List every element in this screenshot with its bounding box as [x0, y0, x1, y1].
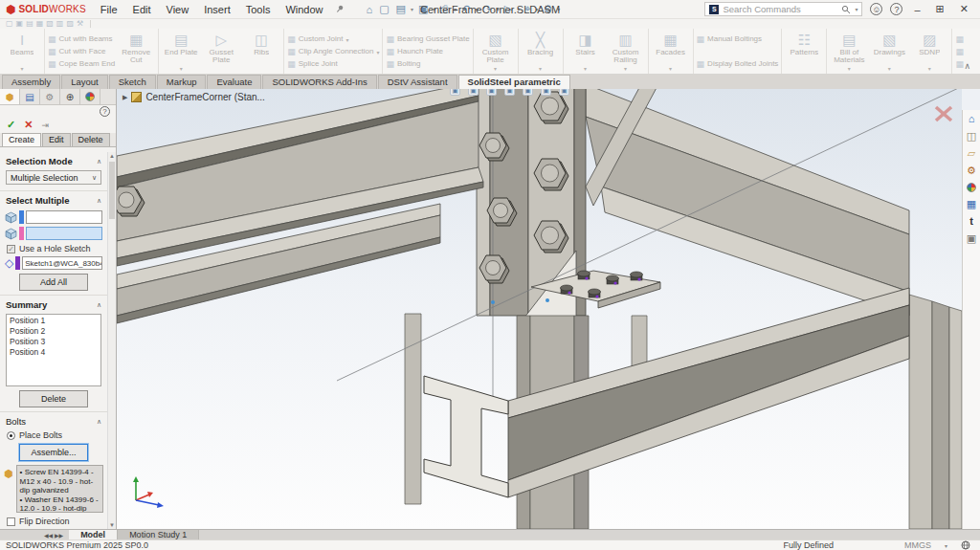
ribbon-button-cut-with-face[interactable]: ▦Cut with Face: [48, 45, 115, 57]
dropdown-caret-icon[interactable]: ▾: [928, 66, 931, 72]
ribbon-button-ribs[interactable]: ◫Ribs: [241, 31, 281, 72]
tab-scroll-arrows[interactable]: ◀◀ ▶▶: [0, 530, 69, 539]
mode-tab-edit[interactable]: Edit: [42, 133, 71, 146]
options-icon[interactable]: ⚙: [540, 2, 555, 16]
dropdown-caret-icon[interactable]: ▾: [453, 6, 457, 12]
menu-window[interactable]: Window: [278, 2, 329, 17]
headsup-tool-icon[interactable]: ▣: [541, 89, 551, 96]
ribbon-button-custom-railing[interactable]: ▥Custom Railing▾: [606, 31, 646, 72]
summary-item[interactable]: Position 1: [10, 316, 98, 326]
solidworks-cube-icon[interactable]: ▣: [967, 233, 976, 244]
ribbon-button-facades[interactable]: ▦Facades▾: [651, 31, 691, 72]
ribbon-button-cope-beam-end[interactable]: ▦Cope Beam End: [48, 57, 115, 70]
print-icon[interactable]: ⎙: [437, 2, 452, 16]
collapse-chevron-icon[interactable]: ∧: [97, 301, 101, 309]
pin-icon[interactable]: [334, 3, 346, 15]
mini-tool-icon[interactable]: ▢: [6, 20, 13, 28]
dropdown-caret-icon[interactable]: ▾: [584, 66, 587, 72]
help-icon[interactable]: ?: [890, 3, 902, 15]
dropdown-caret-icon[interactable]: ▾: [534, 6, 539, 12]
ok-button[interactable]: ✓: [7, 119, 15, 131]
scroll-down-icon[interactable]: ▼: [108, 522, 116, 528]
selection-field-faces[interactable]: [26, 227, 102, 240]
command-tab-sketch[interactable]: Sketch: [109, 75, 156, 89]
dropdown-caret-icon[interactable]: ▾: [20, 66, 23, 72]
mini-tool-icon[interactable]: ▦: [36, 20, 44, 28]
tab-appearance[interactable]: [80, 89, 100, 104]
collapse-chevron-icon[interactable]: ∧: [97, 418, 101, 426]
assembly-name[interactable]: CenterFrameCorner (Stan...: [145, 92, 265, 102]
ribbon-button-manual-boltings[interactable]: ▦Manual Boltings: [697, 33, 779, 45]
ribbon-button-pdm-equal-part-detection[interactable]: ▦PDM - Equal Part Detection: [955, 33, 964, 45]
globe-icon[interactable]: [961, 540, 970, 550]
tab-feature-tree[interactable]: ▤: [20, 89, 40, 104]
expand-arrow-icon[interactable]: ▶: [122, 94, 127, 101]
unit-system[interactable]: MMGS: [904, 540, 931, 550]
ribbon-button-bolting[interactable]: ▦Bolting: [386, 57, 469, 70]
command-tab-assembly[interactable]: Assembly: [2, 75, 60, 89]
attachments-icon[interactable]: ⌖: [522, 2, 533, 16]
mini-tool-icon[interactable]: ▨: [66, 20, 74, 28]
summary-item[interactable]: Position 3: [10, 337, 98, 347]
dropdown-caret-icon[interactable]: ▾: [345, 36, 348, 43]
sketch-point[interactable]: [491, 300, 495, 304]
menu-file[interactable]: File: [94, 2, 124, 17]
section-summary[interactable]: Summary∧: [0, 295, 107, 312]
summary-item[interactable]: Position 4: [10, 347, 98, 358]
command-tab-solidworks-add-ins[interactable]: SOLIDWORKS Add-Ins: [262, 75, 376, 89]
ribbon-button-end-plate[interactable]: ▤End Plate▾: [161, 31, 201, 72]
section-selection-mode[interactable]: Selection Mode∧: [0, 152, 107, 168]
keep-visible-pin-icon[interactable]: ⇥: [41, 121, 49, 130]
dropdown-caret-icon[interactable]: ▾: [556, 6, 561, 12]
command-tab-dstv-assistant[interactable]: DStV Assistant: [378, 75, 457, 89]
ribbon-button-custom-plate[interactable]: ▧Custom Plate▾: [476, 31, 516, 72]
resources-icon[interactable]: t: [969, 216, 973, 227]
section-bolts[interactable]: Bolts∧: [0, 411, 107, 429]
panel-scrollbar[interactable]: ▲ ▼: [107, 152, 116, 529]
use-hole-sketch-checkbox[interactable]: ✓: [7, 245, 15, 253]
headsup-tool-icon[interactable]: ▣: [468, 89, 479, 96]
mode-tab-delete[interactable]: Delete: [72, 133, 110, 146]
minimize-button[interactable]: –: [910, 4, 924, 15]
view-palette-icon[interactable]: ⚙: [967, 165, 976, 176]
mini-tool-icon[interactable]: ▤: [26, 20, 33, 28]
command-tab-evaluate[interactable]: Evaluate: [207, 75, 261, 89]
selection-mode-dropdown[interactable]: Multiple Selection∨: [6, 170, 101, 185]
ribbon-button-sdnp[interactable]: ▨SDNP▾: [909, 31, 949, 72]
ribbon-button-remove-cut[interactable]: ▦Remove Cut: [116, 31, 156, 72]
dropdown-caret-icon[interactable]: ▾: [496, 6, 501, 12]
ribbon-button-clip-angle-connection[interactable]: ▦Clip Angle Connection▾: [287, 45, 379, 57]
dropdown-caret-icon[interactable]: ▾: [410, 6, 414, 12]
bolt-spec-item[interactable]: Screw EN 14399-4 - M12 x 40 - 10.9 - hot…: [20, 468, 100, 495]
dropdown-caret-icon[interactable]: ▾: [474, 6, 479, 12]
mini-tool-icon[interactable]: ▧: [46, 20, 54, 28]
dropdown-caret-icon[interactable]: ▾: [180, 66, 183, 72]
close-button[interactable]: ✕: [956, 3, 972, 15]
ribbon-button-cut-with-beams[interactable]: ▦Cut with Beams: [48, 33, 115, 45]
cancel-button[interactable]: ✕: [24, 119, 33, 131]
feature-tree-flyout[interactable]: ▶ CenterFrameCorner (Stan...: [122, 92, 265, 102]
menu-tools[interactable]: Tools: [239, 2, 278, 17]
summary-item[interactable]: Position 2: [10, 326, 98, 337]
command-tab-markup[interactable]: Markup: [157, 75, 207, 89]
sketch-reference-field[interactable]: Sketch1@WCA_830b4028-C: [22, 256, 102, 270]
menu-insert[interactable]: Insert: [197, 2, 237, 17]
search-icon[interactable]: [841, 5, 851, 14]
mini-tool-icon[interactable]: ▣: [16, 20, 24, 28]
ribbon-button-import-assembly[interactable]: ▦Import Assembly: [955, 45, 964, 57]
menu-view[interactable]: View: [160, 2, 196, 17]
place-bolts-radio[interactable]: [7, 431, 15, 440]
tab-bolting[interactable]: ⚙: [40, 89, 60, 104]
custom-properties-icon[interactable]: ▦: [967, 199, 976, 209]
headsup-tool-icon[interactable]: ▣: [504, 89, 515, 96]
dropdown-caret-icon[interactable]: ▾: [539, 66, 542, 72]
ribbon-button-bracing[interactable]: ╳Bracing▾: [521, 31, 561, 72]
tab-solidsteel[interactable]: ⬢: [0, 89, 20, 104]
ribbon-button-stairs[interactable]: ◨Stairs▾: [566, 31, 606, 72]
file-explorer-icon[interactable]: ▱: [968, 148, 975, 159]
search-caret[interactable]: ▾: [855, 6, 858, 12]
ribbon-button-splice-joint[interactable]: ▦Splice Joint: [287, 57, 379, 70]
3d-model-canvas[interactable]: [117, 89, 962, 529]
tab-model[interactable]: Model: [69, 530, 118, 539]
home-icon[interactable]: ⌂: [364, 3, 376, 16]
